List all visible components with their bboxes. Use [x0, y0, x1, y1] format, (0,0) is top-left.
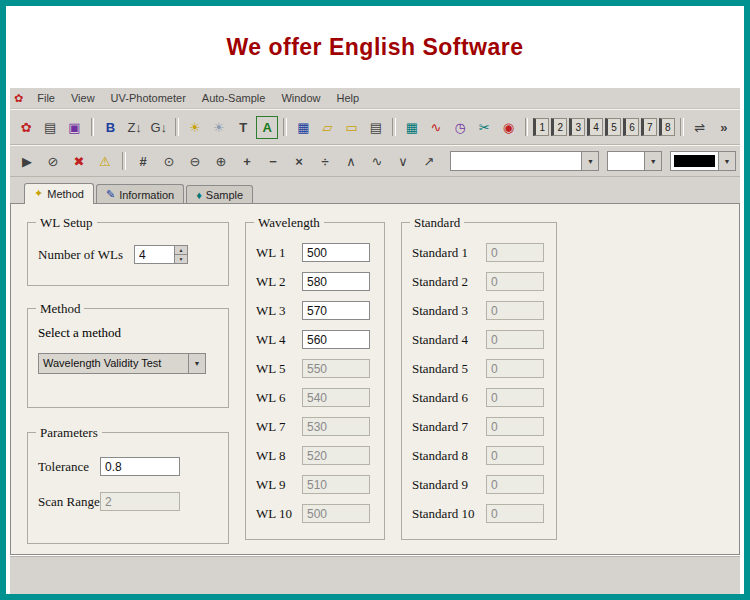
color-combobox[interactable]: ▼ [670, 151, 736, 171]
method-combobox[interactable]: Wavelength Validity Test ▼ [38, 353, 206, 374]
wl-2-input[interactable] [302, 272, 370, 291]
standard-row: Standard 8 [412, 446, 546, 465]
data-table-icon[interactable]: ▦ [401, 116, 423, 139]
wl-5-input [302, 359, 370, 378]
cell-5-icon[interactable]: 5 [605, 118, 621, 136]
spin-down-button[interactable]: ▼ [174, 255, 188, 264]
field-label: WL 5 [256, 361, 302, 377]
field-label: Standard 2 [412, 274, 486, 290]
chevron-down-icon[interactable]: ▼ [581, 152, 598, 170]
cell-1-icon[interactable]: 1 [533, 118, 549, 136]
monitor-icon[interactable]: ▣ [63, 116, 85, 139]
app-icon[interactable]: ✿ [15, 116, 37, 139]
group-title: WL Setup [36, 215, 97, 231]
field-label: Standard 10 [412, 506, 486, 522]
wl-3-input[interactable] [302, 301, 370, 320]
peak-up-icon[interactable]: ∧ [339, 150, 363, 173]
gain-icon[interactable]: G↓ [148, 116, 170, 139]
separator [122, 152, 126, 170]
standard-row: Standard 5 [412, 359, 546, 378]
zoom-out-icon[interactable]: ⊖ [183, 150, 207, 173]
cell-4-icon[interactable]: 4 [587, 118, 603, 136]
open-folder-icon[interactable]: ▱ [316, 116, 338, 139]
tab-information[interactable]: ✎ Information [96, 184, 184, 203]
number-of-wls-input[interactable] [134, 245, 174, 264]
chevron-down-icon[interactable]: ▼ [718, 152, 735, 170]
transmittance-icon[interactable]: T [232, 116, 254, 139]
menu-help[interactable]: Help [329, 90, 368, 106]
grid-icon[interactable]: # [131, 150, 155, 173]
pause-icon[interactable]: ⊘ [41, 150, 65, 173]
status-bar [10, 555, 740, 600]
field-label: Standard 4 [412, 332, 486, 348]
printer-icon[interactable]: ▤ [39, 116, 61, 139]
separator [283, 118, 287, 136]
multiply-icon[interactable]: × [287, 150, 311, 173]
spin-up-button[interactable]: ▲ [174, 245, 188, 255]
field-label: WL 3 [256, 303, 302, 319]
zoom-window-icon[interactable]: ⊙ [157, 150, 181, 173]
tab-method[interactable]: ✦ Method [24, 183, 94, 204]
divide-icon[interactable]: ÷ [313, 150, 337, 173]
wl-4-input[interactable] [302, 330, 370, 349]
menu-window[interactable]: Window [273, 90, 328, 106]
print-icon[interactable]: ▤ [365, 116, 387, 139]
separator [680, 118, 684, 136]
scale-combobox[interactable]: ▼ [607, 151, 662, 171]
w-lamp-icon[interactable]: ☀ [208, 116, 230, 139]
add-icon[interactable]: + [235, 150, 259, 173]
menu-file[interactable]: File [29, 90, 63, 106]
chevron-down-icon[interactable]: ▼ [188, 354, 205, 373]
wave-icon[interactable]: ∿ [365, 150, 389, 173]
wl-1-input[interactable] [302, 243, 370, 262]
tab-label: Information [119, 189, 174, 201]
tolerance-input[interactable] [100, 457, 180, 476]
color-swatch [674, 155, 715, 167]
zero-icon[interactable]: Z↓ [124, 116, 146, 139]
tools-icon[interactable]: ✂ [473, 116, 495, 139]
standard-row: Standard 10 [412, 504, 546, 523]
cell-3-icon[interactable]: 3 [569, 118, 585, 136]
separator [525, 118, 529, 136]
save-icon[interactable]: ▦ [292, 116, 314, 139]
cell-7-icon[interactable]: 7 [641, 118, 657, 136]
number-of-wls-spinner: ▲ ▼ [134, 245, 188, 264]
menu-auto-sample[interactable]: Auto-Sample [194, 90, 274, 106]
standard-row: Standard 7 [412, 417, 546, 436]
field-label: Standard 9 [412, 477, 486, 493]
more-tools-icon[interactable]: » [713, 116, 735, 139]
peak-down-icon[interactable]: ∨ [391, 150, 415, 173]
wl-6-input [302, 388, 370, 407]
d2-lamp-icon[interactable]: ☀ [184, 116, 206, 139]
standard-row: Standard 9 [412, 475, 546, 494]
subtract-icon[interactable]: − [261, 150, 285, 173]
stop-icon[interactable]: ✖ [67, 150, 91, 173]
tab-label: Sample [206, 189, 243, 201]
wl-7-input [302, 417, 370, 436]
chevron-down-icon[interactable]: ▼ [644, 152, 661, 170]
menu-uv-photometer[interactable]: UV-Photometer [103, 90, 194, 106]
standard-row: Standard 2 [412, 272, 546, 291]
zoom-in-icon[interactable]: ⊕ [209, 150, 233, 173]
cell-6-icon[interactable]: 6 [623, 118, 639, 136]
scale-combobox-value [608, 152, 644, 170]
derivative-icon[interactable]: ↗ [417, 150, 441, 173]
cell-8-icon[interactable]: 8 [659, 118, 675, 136]
chart-icon[interactable]: ∿ [425, 116, 447, 139]
alert-icon[interactable]: ⚠ [93, 150, 117, 173]
cell-2-icon[interactable]: 2 [551, 118, 567, 136]
closed-folder-icon[interactable]: ▭ [341, 116, 363, 139]
field-label: Standard 5 [412, 361, 486, 377]
timer-icon[interactable]: ◷ [449, 116, 471, 139]
record-icon[interactable]: ◉ [497, 116, 519, 139]
absorbance-icon[interactable]: A [256, 116, 278, 139]
sipper-icon[interactable]: ⇌ [689, 116, 711, 139]
main-toolbar: ✿ ▤ ▣ B Z↓ G↓ ☀ ☀ T A [10, 109, 740, 145]
standard-3-input [486, 301, 544, 320]
baseline-icon[interactable]: B [99, 116, 121, 139]
tab-sample[interactable]: ♦ Sample [186, 185, 253, 203]
separator [91, 118, 95, 136]
view-combobox[interactable]: ▼ [450, 151, 599, 171]
menu-view[interactable]: View [63, 90, 103, 106]
run-icon[interactable]: ▶ [15, 150, 39, 173]
